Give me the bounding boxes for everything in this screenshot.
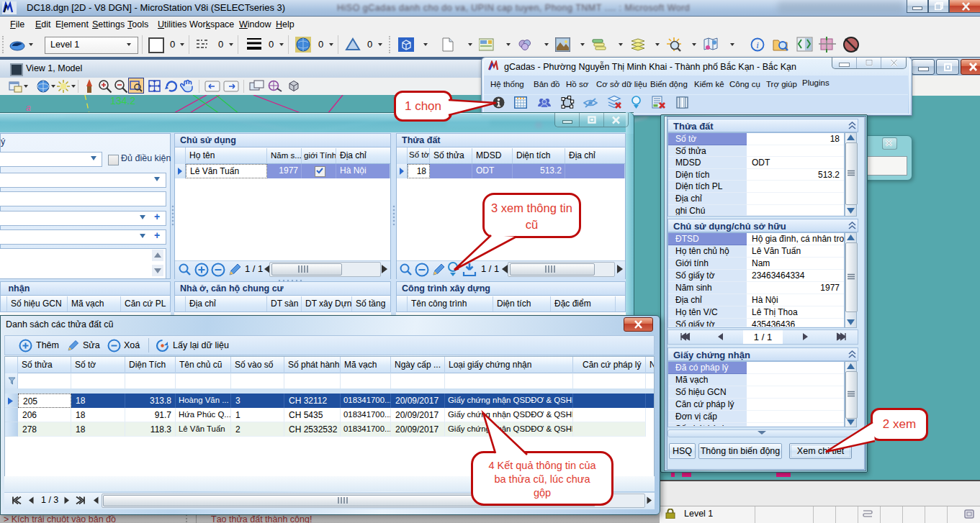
svg-text:a: a xyxy=(26,103,31,113)
svg-text:i: i xyxy=(756,40,759,50)
svg-text:134.2: 134.2 xyxy=(110,95,135,106)
